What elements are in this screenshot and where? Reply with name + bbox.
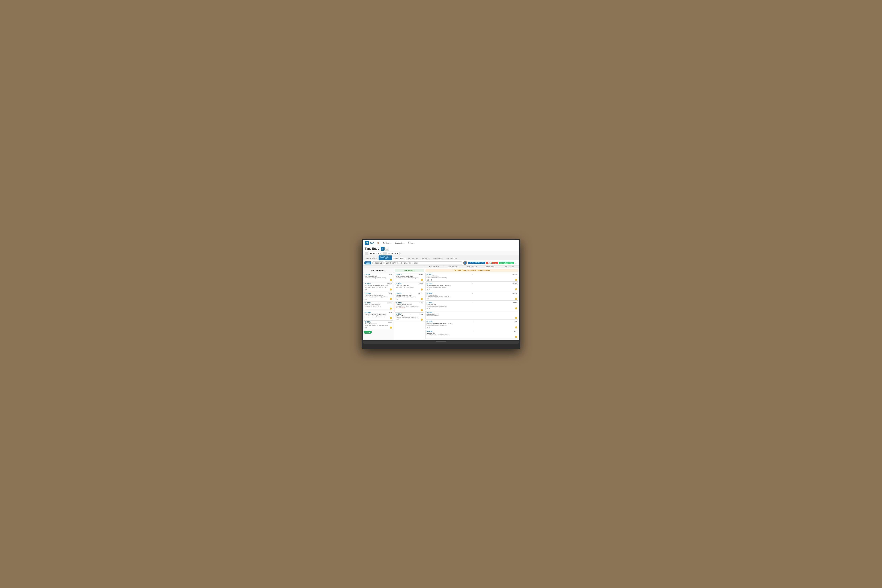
status-dot: ! xyxy=(421,319,423,321)
tab-wed[interactable]: Wed 3/27/2024 xyxy=(392,257,406,260)
job-card[interactable]: 23-1049 › Flagler Forte (CO) Miami Drywa… xyxy=(426,310,518,320)
col-on-hold: On Hold, Done, Submitted, Under Revision… xyxy=(425,268,519,340)
status-dot: ! xyxy=(515,298,517,300)
main-header: Time Entry ⊞ ☰ xyxy=(363,246,519,251)
more-options-icon[interactable]: ⋯ xyxy=(515,261,518,264)
proposals-filter-btn[interactable]: Proposals xyxy=(372,261,383,264)
nav-other[interactable]: Other ▾ xyxy=(407,242,415,245)
help-section: ● Help xyxy=(364,331,393,334)
status-dot: ! xyxy=(515,288,517,290)
tab-sat[interactable]: Sat 3/30/2024 xyxy=(432,257,445,260)
job-card[interactable]: 23-1307 › 82.0/26 29 Tahiti Beach (Ext S… xyxy=(426,282,518,291)
status-dot: ! xyxy=(515,308,517,309)
status-dot: ! xyxy=(515,326,517,328)
col-in-progress: In Progress 23-0910 › 56.0/1 Cutler 1A, … xyxy=(394,268,425,340)
prev-date-btn[interactable]: ‹ xyxy=(365,252,368,255)
logo[interactable]: PAS xyxy=(365,241,374,245)
home-nav[interactable]: 🏠 xyxy=(376,242,380,245)
logo-text: PAS xyxy=(370,242,374,244)
date-header-spacer1 xyxy=(363,266,394,268)
tab-fri[interactable]: Fri 3/29/2024 xyxy=(419,257,432,260)
date-fri: Fri 4/5/2024 xyxy=(500,266,519,268)
job-card[interactable]: 23-0407 › 66.0/40 Franklin Residence G. … xyxy=(426,273,518,282)
prev-btn[interactable]: ◀ xyxy=(426,279,428,281)
date-header-spacer2 xyxy=(394,266,425,268)
status-dot: ! xyxy=(390,279,392,281)
next-date-btn[interactable]: › xyxy=(382,252,386,255)
chevron-down-icon-2: ▾ xyxy=(404,242,405,244)
status-dot: ! xyxy=(515,336,517,338)
laptop-frame: PAS 🏠 Projects ▾ Contacts ▾ Other ▾ Time… xyxy=(362,239,520,349)
tab-tue[interactable]: Tue 3/26/2024 3 hrs xyxy=(378,255,392,260)
tab-thu[interactable]: Thu 3/28/2024 xyxy=(406,257,419,260)
stop-btn[interactable]: ⏹ xyxy=(430,279,432,281)
start-date-input[interactable] xyxy=(369,252,382,255)
job-card[interactable]: 24-0086 › 38.0/30 Omar Correa Residence … xyxy=(364,302,393,310)
job-card[interactable]: 24-0186 › 7.0/1 9234 Bay Dr. Hevia Alumi… xyxy=(426,330,518,339)
tab-mon[interactable]: Mon 3/25/2024 xyxy=(365,257,378,260)
next-btn[interactable]: ▶ xyxy=(429,279,430,281)
search-icon: 🔍 xyxy=(470,262,472,264)
user-avatar: 👤 xyxy=(463,261,467,265)
chevron-down-icon: ▾ xyxy=(391,242,392,244)
jobs-filter-btn[interactable]: Jobs xyxy=(364,261,371,264)
search-input[interactable] xyxy=(384,261,462,264)
job-card[interactable]: 23-0910 › 56.0/1 Cutler 1A, 1B & Club Ho… xyxy=(394,273,424,282)
chart-btn[interactable]: 📊 📊 Chart xyxy=(486,262,498,264)
status-dot: ! xyxy=(390,308,392,310)
job-card[interactable]: 24-0500 › 3.0/8 Flagler Forte (CO2 21-05… xyxy=(364,292,393,301)
status-dot: ! xyxy=(421,288,423,291)
filter-bar: Jobs Proposals 👤 🔍 🔍 Filter/Search 📊 📊 C… xyxy=(363,260,519,266)
job-card[interactable]: 24-0312 › 74.0/26 MR- Adolphus Goldstein… xyxy=(364,282,393,291)
status-dot: ! xyxy=(390,317,392,319)
job-card[interactable]: 23-1198 › 5.0/ Franklin Residence Main S… xyxy=(426,320,518,329)
job-card-header: 24-0242 › 6.0/1 xyxy=(365,273,392,275)
grid-view-btn[interactable]: ⊞ xyxy=(381,247,384,251)
status-dot: ! xyxy=(421,279,423,281)
tab-sun[interactable]: Sun 3/31/2024 xyxy=(445,257,459,260)
home-icon: 🏠 xyxy=(377,242,380,244)
in-progress-header: In Progress xyxy=(394,269,424,272)
nav-projects[interactable]: Projects ▾ xyxy=(382,242,393,245)
job-card[interactable]: 24-0242 › 6.0/1 558 Ocean Cay Dr. Insura… xyxy=(364,273,393,282)
job-id[interactable]: 24-0242 xyxy=(365,273,370,275)
job-card[interactable]: 24-0291 › 0.0/20 Diva - Components Ateli… xyxy=(364,320,393,329)
chart-icon: 📊 xyxy=(488,262,490,264)
filter-search-btn[interactable]: 🔍 🔍 Filter/Search xyxy=(468,262,485,264)
media-controls: ◀ ▶ ⏹ xyxy=(426,279,432,281)
col-not-in-progress: Not in Progress 24-0242 › 6.0/1 558 Ocea… xyxy=(363,268,394,340)
top-nav: PAS 🏠 Projects ▾ Contacts ▾ Other ▾ xyxy=(363,240,519,246)
status-dot: ! xyxy=(390,298,392,300)
status-dot: ! xyxy=(515,279,517,281)
job-card[interactable]: 24-0092 › 10.0/1 2135 Lake Ave G. Metal … xyxy=(426,301,518,310)
status-dot: ! xyxy=(390,288,392,291)
laptop-base xyxy=(363,340,519,344)
job-card[interactable]: 21-1252 › 3.0/0 1605 Bay Road - Repairs … xyxy=(394,302,424,312)
week-tabs: Mon 3/25/2024 Tue 3/26/2024 3 hrs Wed 3/… xyxy=(363,255,519,260)
job-footer: ! xyxy=(365,279,392,281)
job-card[interactable]: 24-0317 › 0.0/1 530 Txuili Ave YMG Iron … xyxy=(394,312,424,321)
help-btn[interactable]: ● Help xyxy=(364,331,372,334)
date-tue: Tue 4/2/2024 xyxy=(444,266,462,268)
job-card[interactable]: 24-0126 › 9.0/12 14401 Old Cutler Rd Dad… xyxy=(394,282,424,291)
chevron-down-icon-3: ▾ xyxy=(413,242,414,244)
job-hours: 6.0/1 xyxy=(389,274,392,275)
logo-icon xyxy=(365,241,369,245)
status-dot: ! xyxy=(390,327,392,328)
header-icons: ⊞ ☰ xyxy=(381,247,389,251)
job-card[interactable]: 23-0958 › 34.0/28 17 Snapper Point Champ… xyxy=(426,292,518,301)
nav-contacts[interactable]: Contacts ▾ xyxy=(394,242,405,245)
screen: PAS 🏠 Projects ▾ Contacts ▾ Other ▾ Time… xyxy=(363,240,519,340)
add-other-time-btn[interactable]: Add Other Time xyxy=(499,262,514,264)
job-card[interactable]: 23-1244 › 20.0/10 Franklin Residence (Mi… xyxy=(394,292,424,301)
laptop-notch xyxy=(436,340,446,342)
status-dot: ! xyxy=(515,317,517,319)
date-dropdown-arrow[interactable]: ▾ xyxy=(400,252,401,254)
job-card[interactable]: 24-0288 › 0.0/1 Landry Residence (CO1 23… xyxy=(364,311,393,320)
list-view-btn[interactable]: ☰ xyxy=(385,247,389,251)
date-wed: Wed 4/3/2024 xyxy=(462,266,482,268)
not-in-progress-header: Not in Progress xyxy=(364,269,393,272)
status-dot: ! xyxy=(421,309,423,311)
on-hold-header: On Hold, Done, Submitted, Under Revision xyxy=(426,269,518,272)
end-date-input[interactable] xyxy=(387,252,400,255)
